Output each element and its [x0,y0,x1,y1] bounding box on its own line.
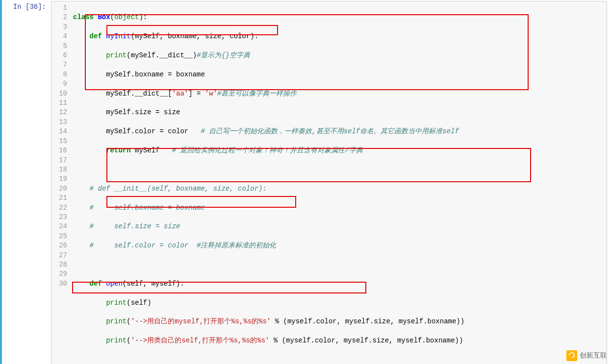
notebook-cell: In [36]: 12345 678910 1112131415 1617181… [0,0,611,364]
code-line[interactable]: mySelf.boxname = boxname [73,70,603,79]
code-line[interactable]: return mySelf # 返回给实例化过程一个对象！神奇！并且含有对象属性… [73,146,603,155]
watermark-icon [566,350,577,361]
line-gutter: 12345 678910 1112131415 1617181920 21222… [51,3,73,364]
watermark-text: 创新互联 [580,351,607,360]
code-line[interactable]: mySelf.size = size [73,108,603,117]
code-line[interactable]: print(self) [73,298,603,308]
code-line[interactable]: # def __init__(self, boxname, size, colo… [73,184,603,194]
code-line[interactable]: mySelf.color = color # 自己写一个初始化函数，一样奏效,甚… [73,127,603,136]
code-line[interactable]: print('-->用类自己的self,打开那个%s,%s的%s' % (mys… [73,336,603,345]
watermark: 创新互联 [566,350,607,361]
code-line[interactable]: # self.color = color #注释掉原来标准的初始化 [73,241,603,250]
code-line[interactable]: def myInit(mySelf, boxname, size, color)… [73,32,603,41]
code-line[interactable]: def open(self, myself): [73,279,603,289]
code-line[interactable]: # self.size = size [73,222,603,231]
code-line[interactable] [73,260,603,269]
code-line[interactable]: class Box(object): [73,13,603,22]
code-line[interactable]: print(mySelf.__dict__)#显示为{}空字典 [73,51,603,60]
code-line[interactable]: print('-->用自己的myself,打开那个%s,%s的%s' % (my… [73,317,603,326]
code-line[interactable]: mySelf.__dict__['aa'] = 'w'#甚至可以像字典一样操作 [73,89,603,98]
code-line[interactable] [73,355,603,364]
code-line[interactable]: # self.boxname = boxname [73,203,603,213]
code-content[interactable]: class Box(object): def myInit(mySelf, bo… [73,3,603,364]
code-editor[interactable]: 12345 678910 1112131415 1617181920 21222… [51,1,607,364]
code-line[interactable] [73,165,603,174]
input-prompt: In [36]: [2,0,51,364]
